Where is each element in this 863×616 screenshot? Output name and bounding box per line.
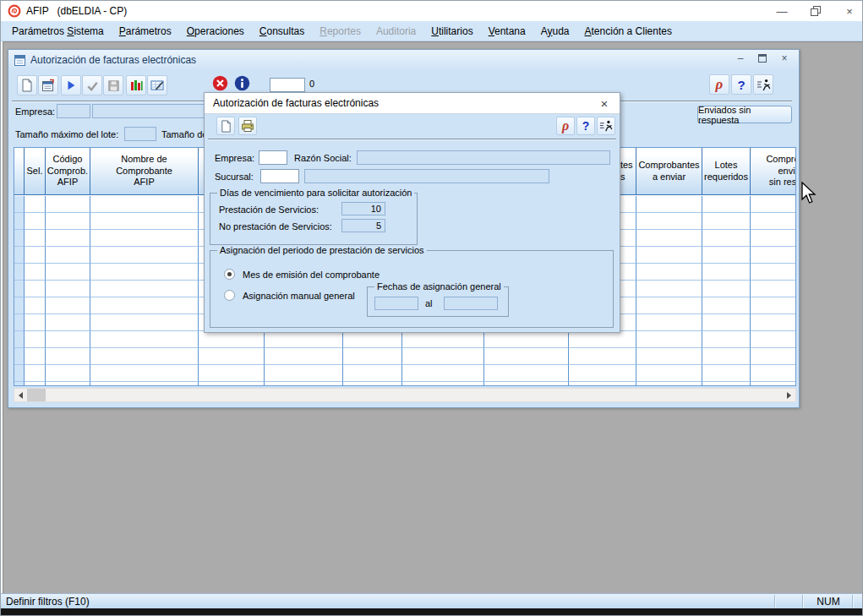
- child-titlebar[interactable]: Autorización de facturas electrónicas – …: [8, 50, 799, 70]
- save-button[interactable]: [103, 75, 123, 95]
- menu-item-5: Reportes: [312, 23, 369, 40]
- table-cell: [751, 365, 795, 382]
- table-cell: [702, 281, 751, 297]
- table-cell: [25, 348, 46, 365]
- table-row[interactable]: [14, 382, 795, 385]
- table-cell: [90, 331, 199, 348]
- table-cell: [265, 365, 343, 382]
- empresa-label: Empresa:: [15, 106, 55, 117]
- batch-size-field[interactable]: [124, 127, 156, 141]
- dialog-process-runner-button[interactable]: [597, 117, 615, 135]
- menu-item-1[interactable]: Parámetros Sistema: [4, 23, 112, 40]
- table-cell: [702, 247, 751, 264]
- process-runner-button[interactable]: [753, 74, 773, 95]
- table-cell: [702, 230, 751, 247]
- dialog-exit-button[interactable]: ρ: [556, 117, 575, 135]
- properties-form-button[interactable]: [38, 75, 58, 95]
- new-document-button[interactable]: [17, 75, 37, 95]
- table-cell: [569, 348, 636, 365]
- statusbar-separator: [802, 595, 803, 608]
- dialog-help-button[interactable]: ?: [576, 117, 595, 135]
- table-cell: [636, 281, 702, 297]
- menu-item-10[interactable]: Atención a Clientes: [577, 23, 680, 40]
- batch-columns-button[interactable]: [126, 75, 146, 95]
- table-cell: [90, 348, 199, 365]
- confirm-button[interactable]: [82, 75, 102, 95]
- menu-item-8[interactable]: Ventana: [481, 23, 533, 40]
- counter-value: 0: [309, 79, 314, 90]
- close-button[interactable]: ×: [842, 4, 857, 18]
- table-cell: [751, 213, 795, 230]
- dialog-print-button[interactable]: [238, 117, 257, 135]
- table-cell: [46, 213, 90, 230]
- grid-edit-button[interactable]: [147, 75, 167, 95]
- table-cell: [46, 314, 90, 331]
- table-cell: [25, 230, 46, 247]
- table-cell: [90, 264, 199, 281]
- help-button[interactable]: ?: [731, 74, 751, 95]
- restore-button[interactable]: [808, 4, 823, 18]
- dialog-new-document-button[interactable]: [216, 117, 235, 135]
- menu-item-4[interactable]: Consultas: [252, 23, 312, 40]
- column-header-3[interactable]: Nombre de Comprobante AFIP: [90, 148, 199, 194]
- column-header-1[interactable]: Sel.: [25, 148, 46, 194]
- minimize-button[interactable]: —: [774, 4, 789, 18]
- table-cell: [25, 264, 46, 281]
- table-cell: [199, 365, 265, 382]
- table-cell: [25, 365, 46, 382]
- table-cell: [25, 382, 46, 385]
- child-minimize-button[interactable]: –: [735, 52, 746, 64]
- window-bottom-edge: [1, 608, 863, 616]
- table-cell: [636, 365, 702, 382]
- column-header-12[interactable]: Comprobantes enviados sin respuesta: [751, 148, 795, 194]
- menu-item-7[interactable]: Utilitarios: [423, 23, 480, 40]
- table-row[interactable]: [14, 348, 795, 365]
- exit-button[interactable]: ρ: [709, 74, 729, 95]
- run-button[interactable]: [61, 75, 81, 95]
- table-row[interactable]: [14, 331, 795, 348]
- table-cell: [569, 382, 636, 385]
- enviados-sin-respuesta-button[interactable]: Enviados sin respuesta: [697, 106, 792, 123]
- column-header-10[interactable]: Comprobantes a enviar: [636, 148, 702, 194]
- table-cell: [46, 230, 90, 247]
- table-cell: [636, 213, 702, 230]
- menu-item-9[interactable]: Ayuda: [533, 23, 577, 40]
- table-cell: [751, 196, 795, 213]
- scroll-left-button[interactable]: [14, 389, 27, 401]
- menu-bar: Parámetros SistemaParámetrosOperacionesC…: [1, 21, 862, 41]
- dialog-titlebar[interactable]: Autorización de facturas electrónicas ×: [205, 93, 620, 114]
- dialog-close-icon[interactable]: ×: [596, 95, 613, 112]
- table-cell: [569, 365, 636, 382]
- num-lock-indicator: NUM: [806, 596, 851, 608]
- table-cell: [484, 382, 569, 385]
- table-cell: [343, 348, 402, 365]
- column-header-0[interactable]: [14, 148, 25, 194]
- menu-item-3[interactable]: Operaciones: [179, 23, 252, 40]
- table-cell: [751, 331, 795, 348]
- dialog-title: Autorización de facturas electrónicas: [213, 97, 379, 109]
- child-maximize-button[interactable]: [756, 52, 768, 64]
- table-cell: [751, 230, 795, 247]
- main-titlebar[interactable]: AFIP (dbELDIA - CP) — ×: [1, 1, 862, 21]
- table-cell: [402, 331, 484, 348]
- empresa-code-field[interactable]: [57, 104, 90, 118]
- column-header-11[interactable]: Lotes requeridos: [702, 148, 751, 194]
- table-cell: [199, 348, 265, 365]
- dialog-empresa-field[interactable]: [259, 150, 287, 165]
- dialog-empresa-label: Empresa:: [215, 153, 254, 164]
- sucursal-field[interactable]: [260, 169, 299, 183]
- table-row[interactable]: [14, 365, 795, 382]
- prestacion-label: Prestación de Servicios:: [219, 204, 319, 215]
- table-cell: [90, 382, 199, 385]
- radio-button-icon[interactable]: [224, 290, 235, 301]
- scrollbar-thumb[interactable]: [27, 389, 46, 401]
- menu-item-2[interactable]: Parámetros: [112, 23, 179, 40]
- horizontal-scrollbar[interactable]: [14, 388, 796, 402]
- table-cell: [25, 331, 46, 348]
- no-prestacion-label: No prestación de Servicios:: [219, 221, 332, 232]
- table-cell: [25, 213, 46, 230]
- child-close-button[interactable]: ×: [778, 52, 790, 64]
- column-header-2[interactable]: Código Comprob. AFIP: [46, 148, 90, 194]
- radio-button-icon[interactable]: [224, 269, 235, 280]
- scroll-right-button[interactable]: [783, 389, 795, 401]
